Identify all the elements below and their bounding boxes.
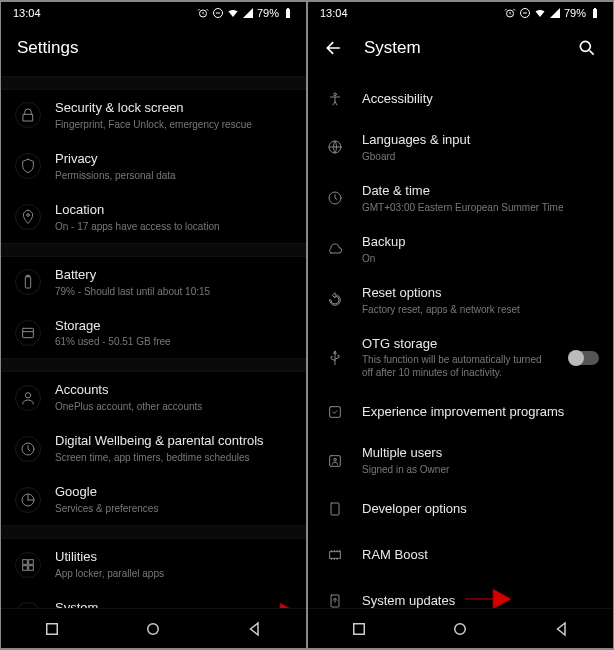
item-subtitle: Services & preferences [55, 502, 292, 515]
nav-home-icon[interactable] [144, 620, 162, 638]
item-title: Location [55, 202, 292, 219]
lock-icon [15, 102, 41, 128]
status-bar: 13:04 79% [308, 2, 613, 24]
item-subtitle: 79% - Should last until about 10:15 [55, 285, 292, 298]
svg-rect-13 [23, 565, 28, 570]
svg-point-24 [334, 93, 337, 96]
highlight-arrow [250, 598, 300, 608]
alarm-icon [504, 7, 516, 19]
nav-back-icon[interactable] [553, 620, 571, 638]
item-subtitle: Permissions, personal data [55, 169, 292, 182]
list-item-system-updates[interactable]: System updates [308, 578, 613, 608]
nav-bar [308, 608, 613, 648]
item-title: Storage [55, 318, 292, 335]
status-right: 79% [504, 7, 601, 19]
item-subtitle: Factory reset, apps & network reset [362, 303, 599, 316]
page-title: Settings [17, 38, 78, 58]
account-icon [15, 385, 41, 411]
svg-rect-33 [354, 623, 365, 634]
nav-home-icon[interactable] [451, 620, 469, 638]
list-item-battery[interactable]: Battery 79% - Should last until about 10… [1, 257, 306, 308]
list-item-security-lock-screen[interactable]: Security & lock screen Fingerprint, Face… [1, 90, 306, 141]
item-title: Battery [55, 267, 292, 284]
item-title: Accessibility [362, 91, 599, 108]
list-item-languages-input[interactable]: Languages & input Gboard [308, 122, 613, 173]
reset-icon [322, 287, 348, 313]
item-title: Backup [362, 234, 599, 251]
battery-icon [282, 7, 294, 19]
list-item-accessibility[interactable]: Accessibility [308, 76, 613, 122]
dnd-icon [519, 7, 531, 19]
nav-recent-icon[interactable] [350, 620, 368, 638]
list-item-backup[interactable]: Backup On [308, 224, 613, 275]
svg-rect-22 [594, 8, 596, 9]
list-item-experience-improvement-programs[interactable]: Experience improvement programs [308, 389, 613, 435]
settings-list[interactable]: Security & lock screen Fingerprint, Face… [1, 76, 306, 608]
signal-icon [549, 7, 561, 19]
svg-point-4 [27, 214, 30, 217]
svg-rect-12 [29, 559, 34, 564]
svg-rect-11 [23, 559, 28, 564]
settings-screen: 13:04 79% Settings Security & lock scree… [1, 2, 306, 648]
nav-back-icon[interactable] [246, 620, 264, 638]
list-item-reset-options[interactable]: Reset options Factory reset, apps & netw… [308, 275, 613, 326]
list-item-digital-wellbeing-parental-controls[interactable]: Digital Wellbeing & parental controls Sc… [1, 423, 306, 474]
list-item-accounts[interactable]: Accounts OnePlus account, other accounts [1, 372, 306, 423]
item-title: Developer options [362, 501, 599, 518]
list-item-privacy[interactable]: Privacy Permissions, personal data [1, 141, 306, 192]
wifi-icon [227, 7, 239, 19]
back-icon[interactable] [324, 38, 344, 58]
item-subtitle: OnePlus account, other accounts [55, 400, 292, 413]
item-subtitle: On [362, 252, 599, 265]
svg-rect-30 [331, 503, 339, 515]
list-item-date-time[interactable]: Date & time GMT+03:00 Eastern European S… [308, 173, 613, 224]
list-item-ram-boost[interactable]: RAM Boost [308, 532, 613, 578]
utilities-icon [15, 552, 41, 578]
ram-icon [322, 542, 348, 568]
item-title: RAM Boost [362, 547, 599, 564]
nav-bar [1, 608, 306, 648]
item-title: Languages & input [362, 132, 599, 149]
svg-rect-2 [286, 9, 290, 18]
dnd-icon [212, 7, 224, 19]
page-title: System [364, 38, 421, 58]
search-icon[interactable] [577, 38, 597, 58]
otg-toggle[interactable] [569, 351, 599, 365]
item-title: Date & time [362, 183, 599, 200]
item-title: Experience improvement programs [362, 404, 599, 421]
list-item-otg-storage[interactable]: OTG storage This function will be automa… [308, 326, 613, 390]
svg-point-34 [455, 623, 466, 634]
system-list[interactable]: Accessibility Languages & input Gboard D… [308, 76, 613, 608]
battery-icon [589, 7, 601, 19]
update-icon [322, 588, 348, 608]
battery-pct: 79% [564, 7, 586, 19]
item-title: Google [55, 484, 292, 501]
usb-icon [322, 345, 348, 371]
list-item-utilities[interactable]: Utilities App locker, parallel apps [1, 539, 306, 590]
nav-recent-icon[interactable] [43, 620, 61, 638]
svg-point-23 [580, 41, 590, 51]
svg-rect-17 [47, 623, 58, 634]
cloud-icon [322, 236, 348, 262]
svg-rect-31 [330, 552, 341, 559]
wifi-icon [534, 7, 546, 19]
list-item-storage[interactable]: Storage 61% used - 50.51 GB free [1, 308, 306, 359]
list-item-multiple-users[interactable]: Multiple users Signed in as Owner [308, 435, 613, 486]
header: Settings [1, 24, 306, 76]
battery-pct: 79% [257, 7, 279, 19]
users-icon [322, 448, 348, 474]
list-item-system[interactable]: System Language & keyboard, time, reset,… [1, 590, 306, 608]
item-subtitle: Signed in as Owner [362, 463, 599, 476]
list-item-google[interactable]: Google Services & preferences [1, 474, 306, 525]
dev-icon [322, 496, 348, 522]
globe-icon [322, 134, 348, 160]
list-item-location[interactable]: Location On - 17 apps have access to loc… [1, 192, 306, 243]
status-bar: 13:04 79% [1, 2, 306, 24]
shield-icon [15, 153, 41, 179]
item-title: Security & lock screen [55, 100, 292, 117]
list-item-developer-options[interactable]: Developer options [308, 486, 613, 532]
item-subtitle: On - 17 apps have access to location [55, 220, 292, 233]
gear-icon [15, 602, 41, 608]
pin-icon [15, 204, 41, 230]
item-subtitle: 61% used - 50.51 GB free [55, 335, 292, 348]
